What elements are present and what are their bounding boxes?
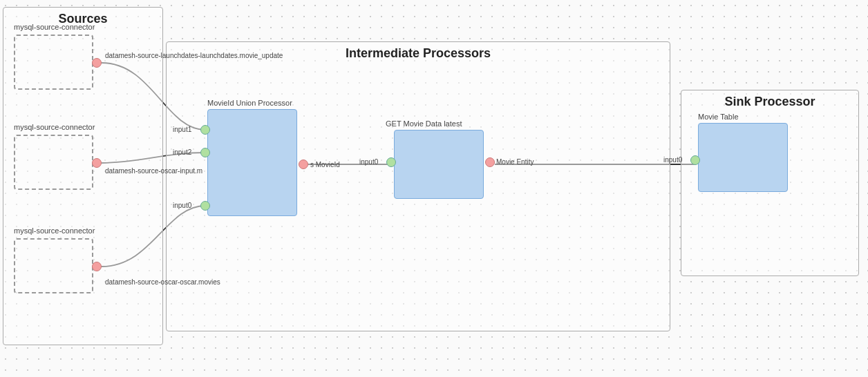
- union-input1-dot: [200, 125, 210, 135]
- pipeline-canvas: Sources Intermediate Processors Sink Pro…: [0, 0, 868, 377]
- src3-label: mysql-source-connector: [14, 226, 95, 235]
- union-input2-label: input2: [173, 148, 191, 156]
- src1-output-dot: [92, 58, 102, 68]
- union-input1-label: input1: [173, 126, 191, 133]
- sink-title: Sink Processor: [681, 90, 858, 113]
- src3-output-dot: [92, 262, 102, 271]
- src2-box[interactable]: [14, 135, 93, 190]
- union-input0-label: input0: [173, 202, 191, 209]
- src2-label: mysql-source-connector: [14, 123, 95, 131]
- getmovie-output-dot: [485, 157, 495, 167]
- src2-topic: datamesh-source-oscar-input.m: [105, 167, 202, 175]
- src1-label: mysql-source-connector: [14, 23, 95, 31]
- union-output-dot: [299, 160, 308, 169]
- getmovie-output-label: Movie Entity: [496, 158, 534, 166]
- getmovie-processor-label: GET Movie Data latest: [386, 119, 462, 128]
- src3-box[interactable]: [14, 238, 93, 293]
- src2-output-dot: [92, 158, 102, 168]
- sink-processor-box[interactable]: [698, 123, 788, 192]
- sink-input0-dot: [690, 155, 700, 165]
- union-processor-box[interactable]: [207, 109, 297, 216]
- getmovie-processor-box[interactable]: [394, 130, 484, 199]
- src3-topic: datamesh-source-oscar-oscar.movies: [105, 278, 220, 286]
- union-processor-label: MovieId Union Processor: [207, 99, 292, 107]
- sink-processor-label: Movie Table: [698, 113, 739, 121]
- sink-input0-label: input0: [663, 156, 682, 164]
- getmovie-input0-label: input0: [359, 158, 378, 166]
- src1-topic: datamesh-source-launchdates-launchdates.…: [105, 52, 283, 59]
- getmovie-input0-dot: [386, 157, 396, 167]
- union-output-label: s MovieId: [310, 161, 340, 168]
- union-input0-dot: [200, 201, 210, 211]
- src1-box[interactable]: [14, 35, 93, 90]
- union-input2-dot: [200, 148, 210, 157]
